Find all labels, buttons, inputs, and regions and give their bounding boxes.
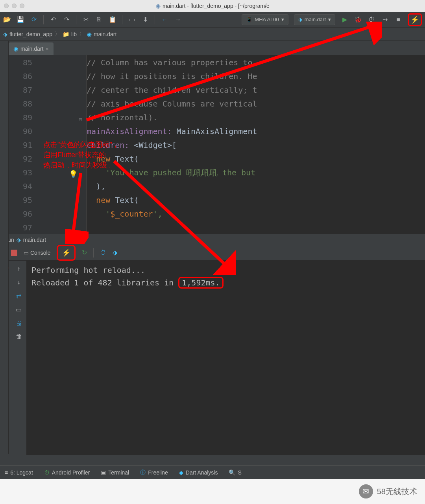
restart-icon[interactable]: ↻ (82, 249, 87, 256)
flutter-icon: ⬗ (298, 17, 302, 22)
window-title-text: main.dart - flutter_demo_app - [~/progra… (163, 3, 269, 9)
breadcrumb-project[interactable]: ⬗ flutter_demo_app (3, 31, 52, 37)
profile-button[interactable]: ⏱ (368, 16, 375, 24)
bottom-search[interactable]: 🔍 S (229, 469, 241, 476)
run-button[interactable]: ▶ (341, 16, 349, 24)
breadcrumb-separator: 〉 (55, 31, 60, 38)
bottom-terminal[interactable]: ▣ Terminal (101, 469, 129, 476)
code-token: ), (96, 182, 105, 191)
dart-label: Dart Analysis (186, 469, 218, 476)
close-window-button[interactable] (4, 4, 9, 8)
copy-icon[interactable]: ⎘ (95, 16, 103, 24)
config-name: main.dart (305, 17, 326, 22)
close-tab-icon[interactable]: × (46, 46, 49, 52)
logcat-label: 6: Logcat (10, 469, 33, 476)
hot-reload-button[interactable]: ⚡ (62, 248, 70, 257)
code-area[interactable]: // Column has various properties to // h… (87, 55, 425, 234)
separator (93, 248, 94, 258)
sdk-icon[interactable]: ⬇ (141, 16, 149, 24)
separator (76, 15, 76, 24)
search-icon: 🔍 (229, 469, 235, 476)
annotation-text: 点击"黄色的闪电图标"， 启用Flutter带状态的 热启动，时间为秒级。 (43, 140, 119, 170)
stop-button[interactable]: ■ (394, 16, 402, 24)
open-icon[interactable]: 📂 (3, 16, 11, 24)
flutter-icon: ⬗ (3, 31, 7, 37)
watermark-text: 58无线技术 (377, 486, 417, 497)
annotation-line2: 启用Flutter带状态的 (43, 150, 119, 160)
print-icon[interactable]: 🖨 (16, 320, 22, 327)
left-tool-strip[interactable] (0, 41, 9, 454)
main-toolbar: 📂 💾 ⟳ ↶ ↷ ✂ ⎘ 📋 ▭ ⬇ ← → 📱 MHA AL00 ▾ ⬗ m… (0, 12, 425, 28)
reload-time-highlight: 1,592ms. (178, 277, 223, 289)
window-title: ◉ main.dart - flutter_demo_app - [~/prog… (156, 3, 269, 9)
code-line: // how it positions its children. He (87, 72, 257, 81)
code-interp: $_counter (110, 209, 153, 219)
maximize-window-button[interactable] (20, 4, 24, 8)
attach-button[interactable]: ⇢ (381, 16, 389, 24)
breadcrumb-folder-label: lib (71, 31, 77, 37)
bottom-freeline[interactable]: Ⓕ Freeline (140, 469, 168, 476)
bottom-dart[interactable]: ◆ Dart Analysis (179, 469, 218, 476)
breadcrumb-separator: 〉 (79, 31, 85, 38)
breadcrumb-file[interactable]: ◉ main.dart (87, 31, 116, 37)
device-name: MHA AL00 (255, 17, 279, 22)
stopwatch-icon[interactable]: ⏱ (100, 249, 106, 256)
console-tab[interactable]: ▭ Console (24, 250, 50, 256)
dart-file-icon: ◉ (13, 46, 18, 52)
run-config-selector[interactable]: ⬗ main.dart ▾ (294, 14, 335, 25)
code-line: // axis because Columns are vertical (87, 99, 257, 109)
console-icon: ▭ (24, 250, 29, 256)
window-title-bar: ◉ main.dart - flutter_demo_app - [~/prog… (0, 0, 425, 12)
code-line: // Column has various properties to (87, 58, 252, 67)
wrap-icon[interactable]: ⇄ (16, 292, 21, 300)
status-bar: ✉ 58无线技术 (0, 479, 425, 504)
paste-icon[interactable]: 📋 (109, 16, 116, 24)
terminal-label: Terminal (108, 469, 129, 476)
cut-icon[interactable]: ✂ (82, 16, 90, 24)
freeline-icon: Ⓕ (140, 469, 146, 476)
folder-icon: 📁 (63, 31, 69, 37)
debug-button[interactable]: 🐞 (354, 16, 362, 24)
back-icon[interactable]: ← (161, 16, 168, 24)
run-panel-body: 📌 ✕ ? ↑ ↓ ⇄ ▭ 🖨 🗑 Performing hot reload.… (0, 261, 425, 455)
bottom-logcat[interactable]: ≡ 6: Logcat (5, 469, 33, 476)
chevron-down-icon: ▾ (328, 17, 331, 22)
search-label: S (238, 469, 241, 476)
breadcrumb-folder[interactable]: 📁 lib (63, 31, 77, 37)
code-token: MainAxisAlignment (172, 127, 257, 136)
stop-button[interactable] (11, 250, 17, 256)
run-panel-header[interactable]: Run ⬗ main.dart (0, 234, 425, 245)
forward-icon[interactable]: → (174, 16, 182, 24)
breadcrumb-project-label: flutter_demo_app (9, 31, 52, 37)
logcat-icon: ≡ (5, 469, 8, 476)
avd-icon[interactable]: ▭ (128, 16, 136, 24)
dart-file-icon: ◉ (87, 31, 92, 37)
chevron-down-icon: ▾ (281, 17, 284, 22)
scroll-icon[interactable]: ▭ (16, 306, 22, 313)
terminal-icon: ▣ (101, 469, 106, 476)
editor-tabs: ◉ main.dart × (0, 41, 425, 55)
navigation-breadcrumb: ⬗ flutter_demo_app 〉 📁 lib 〉 ◉ main.dart (0, 28, 425, 41)
separator (122, 15, 122, 24)
undo-icon[interactable]: ↶ (49, 16, 57, 24)
device-selector[interactable]: 📱 MHA AL00 ▾ (242, 14, 288, 25)
minimize-window-button[interactable] (12, 4, 17, 8)
file-icon: ◉ (156, 3, 161, 9)
annotation-line1: 点击"黄色的闪电图标"， (43, 140, 119, 150)
down-icon[interactable]: ↓ (17, 279, 20, 286)
flutter-inspector-icon[interactable]: ⬗ (113, 249, 117, 256)
save-icon[interactable]: 💾 (17, 16, 24, 24)
trash-icon[interactable]: 🗑 (16, 333, 22, 340)
editor-tab-main[interactable]: ◉ main.dart × (9, 42, 54, 55)
separator (155, 15, 155, 24)
hot-reload-button[interactable]: ⚡ (410, 15, 419, 24)
wechat-icon: ✉ (359, 484, 373, 498)
hot-reload-highlight: ⚡ (408, 13, 422, 26)
console-line: Reloaded 1 of 482 libraries in (31, 278, 178, 287)
up-icon[interactable]: ↑ (17, 265, 20, 272)
console-output[interactable]: Performing hot reload... Reloaded 1 of 4… (27, 261, 425, 455)
bottom-profiler[interactable]: ⏱ Android Profiler (44, 469, 90, 476)
fold-marker-icon[interactable]: ⊟ (79, 113, 82, 127)
sync-icon[interactable]: ⟳ (30, 16, 38, 24)
redo-icon[interactable]: ↷ (63, 16, 70, 24)
